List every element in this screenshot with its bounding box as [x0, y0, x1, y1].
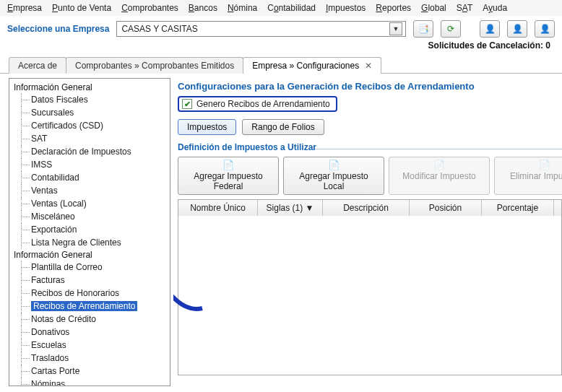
tree-item-imss[interactable]: IMSS	[17, 158, 168, 171]
action-agregar-impuesto-local[interactable]: 📄Agregar Impuesto Local	[283, 157, 384, 195]
close-icon[interactable]: ✕	[365, 61, 372, 71]
menu-ayuda[interactable]: Ayuda	[483, 3, 507, 13]
tree-item-notas-de-cr-dito[interactable]: Notas de Crédito	[17, 313, 168, 326]
tree-item-recibos-de-honorarios[interactable]: Recibos de Honorarios	[17, 287, 168, 300]
action-label: Eliminar Impuesto	[510, 171, 562, 181]
chevron-down-icon[interactable]: ▼	[389, 22, 402, 35]
tree-item-donativos[interactable]: Donativos	[17, 326, 168, 339]
menu-impuestos[interactable]: Impuestos	[326, 3, 366, 13]
grid-body[interactable]	[178, 216, 561, 375]
action-modificar-impuesto: 📄Modificar Impuesto	[389, 157, 490, 195]
cancel-requests-label: Solicitudes de Cancelación: 0	[428, 40, 550, 51]
tree-item-label: Lista Negra de Clientes	[31, 238, 121, 248]
tree-item-label: Recibos de Honorarios	[31, 288, 119, 298]
tab-acerca-de[interactable]: Acerca de	[9, 57, 66, 74]
refresh-button[interactable]: ⟳	[441, 20, 461, 38]
column-siglas-1-[interactable]: Siglas (1) ▼	[258, 200, 323, 216]
tree-item-label: Exportación	[31, 225, 77, 235]
user-icon: 👤	[485, 24, 496, 34]
tab-comprobantes-comprobantes-emitidos[interactable]: Comprobantes » Comprobantes Emitidos	[66, 57, 243, 74]
tree-item-cartas-porte[interactable]: Cartas Porte	[17, 365, 168, 378]
tree-group-label[interactable]: Información General	[12, 82, 168, 93]
company-label: Seleccione una Empresa	[7, 24, 109, 34]
tree-item-sucursales[interactable]: Sucursales	[17, 106, 168, 119]
tree-item-datos-fiscales[interactable]: Datos Fiscales	[17, 93, 168, 106]
tree-item-label: Ventas (Local)	[31, 199, 87, 209]
company-select-value: CASAS Y CASITAS	[121, 24, 389, 34]
tree-item-escuelas[interactable]: Escuelas	[17, 339, 168, 352]
menu-contabilidad[interactable]: Contabilidad	[267, 3, 316, 13]
impuestos-button[interactable]: Impuestos	[178, 119, 236, 135]
tree-item-facturas[interactable]: Facturas	[17, 274, 168, 287]
action-agregar-impuesto-federal[interactable]: 📄Agregar Impuesto Federal	[178, 157, 279, 195]
document-icon: 📄	[222, 160, 234, 170]
tree-item-exportaci-n[interactable]: Exportación	[17, 223, 168, 236]
tree-item-label: Escuelas	[31, 340, 66, 350]
refresh-icon: ⟳	[447, 24, 454, 34]
tree-item-ventas[interactable]: Ventas	[17, 184, 168, 197]
grid-header: Nombre ÚnicoSiglas (1) ▼DescripciónPosic…	[178, 200, 561, 216]
menu-global[interactable]: Global	[421, 3, 446, 13]
tree-item-ventas-local-[interactable]: Ventas (Local)	[17, 197, 168, 210]
column-porcentaje[interactable]: Porcentaje	[482, 200, 554, 216]
tree-group-label[interactable]: Información General	[12, 249, 168, 261]
user-button-3[interactable]: 👤	[535, 20, 555, 38]
content-panel: Configuraciones para la Generación de Re…	[173, 74, 562, 386]
tree-item-label: Facturas	[31, 275, 65, 285]
tree-panel: Información GeneralDatos FiscalesSucursa…	[9, 78, 170, 386]
cancel-requests-row: Solicitudes de Cancelación: 0	[0, 39, 562, 55]
menu-nómina[interactable]: Nómina	[228, 3, 257, 13]
menu-comprobantes[interactable]: Comprobantes	[121, 3, 178, 13]
action-label: Agregar Impuesto Local	[291, 171, 376, 191]
menu-reportes[interactable]: Reportes	[376, 3, 411, 13]
tree-item-traslados[interactable]: Traslados	[17, 352, 168, 365]
company-row: Seleccione una Empresa CASAS Y CASITAS ▼…	[0, 16, 562, 39]
tree-item-label: Cartas Porte	[31, 366, 79, 376]
checkbox-label: Genero Recibos de Arrendamiento	[196, 99, 330, 109]
tree-item-n-minas[interactable]: Nóminas	[17, 378, 168, 386]
action-label: Modificar Impuesto	[402, 171, 475, 181]
document-icon: 📄	[433, 160, 445, 170]
fieldset-line	[315, 149, 562, 149]
company-select[interactable]: CASAS Y CASITAS ▼	[116, 21, 406, 37]
calendar-button[interactable]: 📑	[413, 20, 433, 38]
document-icon: 📄	[539, 160, 550, 170]
tree-item-contabilidad[interactable]: Contabilidad	[17, 171, 168, 184]
sub-button-row: Impuestos Rango de Folios	[178, 119, 562, 135]
tree-item-sat[interactable]: SAT	[17, 132, 168, 145]
menu-sat[interactable]: SAT	[457, 3, 472, 13]
calendar-icon: 📑	[418, 24, 429, 34]
genero-recibos-checkbox-row[interactable]: ✔ Genero Recibos de Arrendamiento	[178, 96, 337, 112]
tab-empresa-configuraciones[interactable]: Empresa » Configuraciones✕	[243, 57, 381, 74]
column-posici-n[interactable]: Posición	[410, 200, 482, 216]
tree-item-label: SAT	[31, 134, 47, 144]
tree-item-declaraci-n-de-impuestos[interactable]: Declaración de Impuestos	[17, 145, 168, 158]
tree-item-label: Declaración de Impuestos	[31, 147, 131, 157]
fieldset-title-text: Definición de Impuestos a Utilizar	[178, 142, 316, 152]
column-descripci-n[interactable]: Descripción	[323, 200, 410, 216]
action-eliminar-impuesto: 📄Eliminar Impuesto	[494, 157, 562, 195]
column-nombre-nico[interactable]: Nombre Único	[178, 200, 258, 216]
tree-item-label: Ventas	[31, 186, 58, 196]
menu-punto-de-venta[interactable]: Punto de Venta	[52, 3, 111, 13]
body-area: Información GeneralDatos FiscalesSucursa…	[0, 74, 562, 386]
tree-item-certificados-csd-[interactable]: Certificados (CSD)	[17, 119, 168, 132]
menu-empresa[interactable]: Empresa	[7, 3, 42, 13]
tree-item-label: Nóminas	[31, 379, 65, 387]
tree-item-label: Notas de Crédito	[31, 314, 96, 324]
tree-item-recibos-de-arrendamiento[interactable]: Recibos de Arrendamiento	[17, 300, 168, 313]
tree-item-label: Recibos de Arrendamiento	[31, 301, 137, 311]
user-icon: 👤	[540, 24, 550, 34]
rango-folios-button[interactable]: Rango de Folios	[242, 119, 324, 135]
tree-item-lista-negra-de-clientes[interactable]: Lista Negra de Clientes	[17, 236, 168, 249]
tree-item-label: Datos Fiscales	[31, 95, 88, 105]
menu-bancos[interactable]: Bancos	[189, 3, 217, 13]
tree-item-label: Donativos	[31, 327, 69, 337]
user-button-2[interactable]: 👤	[507, 20, 527, 38]
tree-item-miscel-neo[interactable]: Misceláneo	[17, 210, 168, 223]
user-button-1[interactable]: 👤	[480, 20, 500, 38]
tab-strip: Acerca deComprobantes » Comprobantes Emi…	[0, 55, 562, 74]
tree-item-plantilla-de-correo[interactable]: Plantilla de Correo	[17, 261, 168, 274]
action-label: Agregar Impuesto Federal	[186, 171, 271, 191]
checkbox-icon[interactable]: ✔	[182, 99, 192, 109]
